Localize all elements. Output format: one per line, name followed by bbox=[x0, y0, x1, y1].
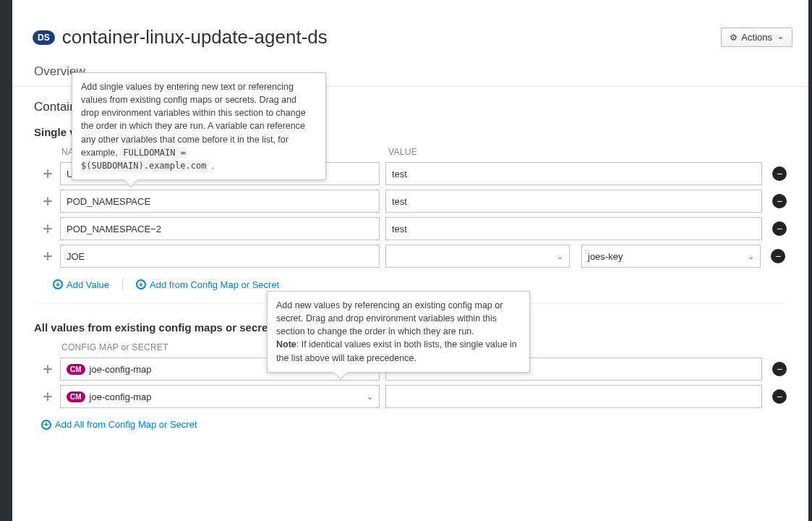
tooltip-note-text: : If identical values exist in both list… bbox=[276, 339, 517, 363]
tooltip-env: Add single values by entering new text o… bbox=[72, 72, 326, 180]
plus-icon: + bbox=[53, 279, 63, 289]
chevron-down-icon: ⌄ bbox=[748, 252, 754, 261]
env-row: ⌄ joes-key ⌄ − bbox=[12, 242, 808, 270]
env-value-input[interactable] bbox=[385, 162, 762, 185]
tooltip-envfrom-text: Add new values by referencing an existin… bbox=[276, 300, 503, 336]
add-value-label: Add Value bbox=[67, 279, 109, 290]
envfrom-add-links: + Add All from Config Map or Secret bbox=[12, 410, 808, 443]
drag-handle-icon[interactable] bbox=[41, 390, 54, 403]
actions-label: Actions bbox=[741, 32, 772, 43]
chevron-down-icon: ⌄ bbox=[557, 252, 563, 261]
cm-badge: CM bbox=[67, 391, 85, 402]
configmap-name: joe-config-map bbox=[90, 364, 152, 375]
col-value-header: VALUE bbox=[388, 147, 808, 157]
key-select[interactable]: joes-key ⌄ bbox=[581, 245, 761, 268]
add-from-configmap-link[interactable]: + Add from Config Map or Secret bbox=[136, 279, 279, 290]
remove-button[interactable]: − bbox=[772, 389, 787, 404]
env-name-input[interactable] bbox=[60, 190, 380, 213]
env-value-input[interactable] bbox=[385, 190, 762, 213]
add-all-label: Add All from Config Map or Secret bbox=[55, 419, 197, 430]
chevron-down-icon bbox=[776, 32, 784, 43]
remove-button[interactable]: − bbox=[772, 221, 787, 236]
env-value-input[interactable] bbox=[385, 217, 762, 240]
gear-icon bbox=[730, 32, 738, 43]
envfrom-row: CMjoe-config-map ⌄ − bbox=[12, 383, 808, 410]
drag-handle-icon[interactable] bbox=[41, 222, 54, 235]
page-title: container-linux-update-agent-ds bbox=[62, 26, 328, 48]
configmap-name: joe-config-map bbox=[90, 391, 152, 402]
page-header: DS container-linux-update-agent-ds Actio… bbox=[12, 6, 808, 57]
prefix-input[interactable] bbox=[385, 385, 762, 408]
drag-handle-icon[interactable] bbox=[41, 250, 54, 263]
actions-button[interactable]: Actions bbox=[721, 27, 792, 47]
env-row: − bbox=[12, 215, 808, 242]
remove-button[interactable]: − bbox=[772, 362, 787, 376]
add-value-link[interactable]: + Add Value bbox=[53, 279, 109, 290]
drag-handle-icon[interactable] bbox=[41, 363, 54, 376]
plus-icon: + bbox=[41, 420, 51, 430]
env-name-input[interactable] bbox=[60, 245, 380, 268]
tooltip-envfrom: Add new values by referencing an existin… bbox=[267, 291, 530, 373]
env-row: − bbox=[12, 187, 808, 215]
drag-handle-icon[interactable] bbox=[41, 195, 54, 208]
cm-badge: CM bbox=[67, 364, 85, 375]
remove-button[interactable]: − bbox=[771, 249, 785, 263]
key-select-value: joes-key bbox=[588, 251, 623, 262]
divider bbox=[122, 279, 123, 290]
plus-icon: + bbox=[136, 279, 146, 289]
add-from-label: Add from Config Map or Secret bbox=[150, 279, 279, 290]
add-all-configmap-link[interactable]: + Add All from Config Map or Secret bbox=[41, 419, 197, 430]
secret-select[interactable]: ⌄ bbox=[385, 245, 570, 268]
remove-button[interactable]: − bbox=[772, 166, 787, 181]
drag-handle-icon[interactable] bbox=[41, 167, 54, 180]
remove-button[interactable]: − bbox=[772, 194, 787, 208]
ds-badge: DS bbox=[33, 30, 55, 45]
configmap-select[interactable]: CMjoe-config-map ⌄ bbox=[60, 385, 380, 408]
env-name-input[interactable] bbox=[60, 217, 380, 240]
tooltip-note-label: Note bbox=[276, 339, 296, 350]
chevron-down-icon: ⌄ bbox=[367, 392, 373, 402]
tooltip-env-text: Add single values by entering new text o… bbox=[81, 82, 306, 158]
